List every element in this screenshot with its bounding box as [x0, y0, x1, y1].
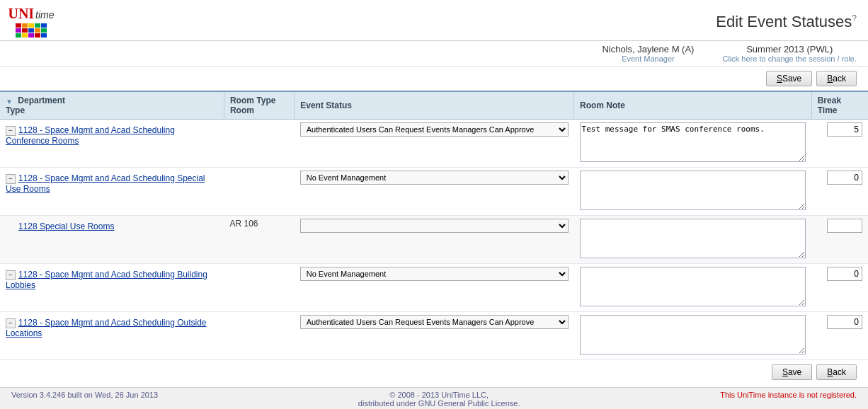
bottom-toolbar: Save Back	[0, 360, 868, 384]
break-time-input[interactable]	[827, 122, 862, 137]
event-status-select[interactable]: No Event ManagementAuthenticated Users C…	[300, 122, 569, 137]
dept-label[interactable]: 1128 - Space Mgmt and Acad Scheduling Bu…	[6, 270, 207, 290]
room-note-textarea[interactable]	[580, 219, 806, 258]
top-toolbar: SSave Back	[0, 67, 868, 91]
room-note-textarea[interactable]	[580, 171, 806, 210]
back-button-top[interactable]: Back	[816, 71, 857, 86]
break-time-input[interactable]	[827, 219, 862, 233]
room-type-cell	[224, 168, 294, 216]
event-status-select[interactable]: No Event ManagementAuthenticated Users C…	[300, 219, 569, 233]
table-row: −1128 - Space Mgmt and Acad Scheduling O…	[0, 312, 868, 360]
dept-label[interactable]: 1128 - Space Mgmt and Acad Scheduling Sp…	[6, 173, 205, 194]
dept-label[interactable]: 1128 - Space Mgmt and Acad Scheduling Co…	[6, 125, 175, 146]
event-statuses-table: ▼ Department Type Room Type Room Event S…	[0, 91, 868, 360]
expand-button[interactable]: −	[6, 126, 16, 136]
logo-text: UNI time	[8, 6, 54, 22]
break-time-input[interactable]	[827, 315, 862, 329]
session-block: Summer 2013 (PWL) Click here to change t…	[722, 44, 857, 63]
footer-copyright: © 2008 - 2013 UniTime LLC,distributed un…	[358, 391, 520, 408]
th-event-status: Event Status	[295, 91, 574, 120]
room-note-textarea[interactable]	[580, 315, 806, 355]
page-title: Edit Event Statuses?	[716, 13, 857, 31]
room-type-cell	[224, 312, 294, 360]
footer: Version 3.4.246 built on Wed, 26 Jun 201…	[0, 387, 868, 409]
room-type-cell	[224, 264, 294, 312]
user-role: Event Manager	[602, 54, 694, 63]
event-status-select[interactable]: No Event ManagementAuthenticated Users C…	[300, 267, 569, 281]
save-button-top[interactable]: SSave	[766, 71, 812, 86]
logo-uni-text: UNI	[8, 6, 34, 22]
footer-registration: This UniTime instance is not registered.	[720, 391, 857, 408]
user-info: Nichols, Jaylene M (A) Event Manager Sum…	[0, 41, 868, 67]
sort-icon-dept[interactable]: ▼	[6, 98, 13, 105]
dept-label[interactable]: 1128 - Space Mgmt and Acad Scheduling Ou…	[6, 318, 207, 338]
header: UNI time Edit Event S	[0, 0, 868, 41]
th-department: ▼ Department Type	[0, 91, 224, 120]
logo-area: UNI time	[6, 6, 57, 38]
dept-label[interactable]: 1128 Special Use Rooms	[18, 221, 114, 231]
table-row: −1128 - Space Mgmt and Acad Scheduling S…	[0, 168, 868, 216]
user-block: Nichols, Jaylene M (A) Event Manager	[602, 44, 694, 63]
room-type-cell: AR 106	[224, 216, 294, 264]
th-break-time: Break Time	[811, 91, 868, 120]
break-time-input[interactable]	[827, 171, 862, 185]
break-time-input[interactable]	[827, 267, 862, 281]
logo-wrapper: UNI time	[6, 6, 57, 38]
th-room-note: Room Note	[574, 91, 812, 120]
room-note-textarea[interactable]: Test message for SMAS conference rooms.	[580, 122, 806, 162]
user-name: Nichols, Jaylene M (A)	[602, 44, 694, 54]
session-name: Summer 2013 (PWL)	[722, 44, 857, 54]
logo-time-text: time	[35, 9, 54, 21]
table-row: −1128 - Space Mgmt and Acad Scheduling B…	[0, 264, 868, 312]
event-status-select[interactable]: No Event ManagementAuthenticated Users C…	[300, 315, 569, 329]
session-link[interactable]: Click here to change the session / role.	[722, 54, 857, 63]
event-status-select[interactable]: No Event ManagementAuthenticated Users C…	[300, 171, 569, 185]
help-icon[interactable]: ?	[852, 13, 857, 23]
expand-button[interactable]: −	[6, 270, 16, 280]
expand-button[interactable]: −	[6, 174, 16, 184]
save-button-bottom[interactable]: Save	[772, 364, 812, 380]
logo-grid	[16, 23, 47, 38]
room-note-textarea[interactable]	[580, 267, 806, 306]
expand-button[interactable]: −	[6, 318, 16, 328]
back-button-bottom[interactable]: Back	[816, 364, 857, 380]
footer-version: Version 3.4.246 built on Wed, 26 Jun 201…	[11, 391, 158, 408]
th-room-type: Room Type Room	[224, 91, 294, 120]
table-row: 1128 Special Use RoomsAR 106No Event Man…	[0, 216, 868, 264]
table-header-row: ▼ Department Type Room Type Room Event S…	[0, 91, 868, 120]
room-type-cell	[224, 120, 294, 168]
table-row: −1128 - Space Mgmt and Acad Scheduling C…	[0, 120, 868, 168]
